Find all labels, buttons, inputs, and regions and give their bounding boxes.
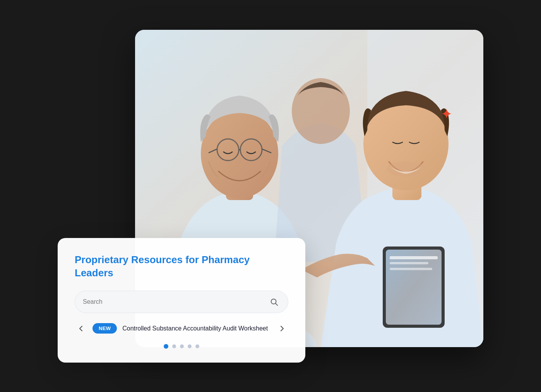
card-title: Proprietary Resources for Pharmacy Leade… [75, 253, 288, 280]
dot-3[interactable] [180, 344, 184, 348]
next-arrow-icon [280, 325, 284, 332]
scene: ✦ Proprietary Resources for Pharmacy Lea… [58, 22, 483, 370]
prev-arrow-button[interactable] [75, 322, 87, 335]
new-badge: NEW [92, 323, 117, 334]
dot-2[interactable] [172, 344, 176, 348]
svg-rect-18 [390, 256, 438, 259]
prev-arrow-icon [79, 325, 83, 332]
dot-4[interactable] [188, 344, 192, 348]
svg-point-5 [201, 109, 278, 198]
svg-rect-20 [390, 268, 432, 270]
svg-rect-17 [386, 250, 442, 325]
dots-indicator [75, 344, 288, 349]
resource-title: Controlled Substance Accountability Audi… [122, 325, 270, 332]
search-icon [270, 298, 278, 306]
svg-point-14 [387, 161, 425, 177]
svg-point-11 [292, 78, 350, 144]
search-bar[interactable] [75, 291, 288, 313]
info-card: Proprietary Resources for Pharmacy Leade… [58, 238, 305, 363]
red-plus-decoration: ✦ [441, 107, 452, 121]
svg-rect-19 [390, 262, 428, 264]
nav-row: NEW Controlled Substance Accountability … [75, 322, 288, 335]
search-input[interactable] [83, 298, 268, 305]
next-arrow-button[interactable] [276, 322, 288, 335]
dot-1[interactable] [164, 344, 168, 349]
search-button[interactable] [268, 296, 280, 308]
dot-5[interactable] [195, 344, 199, 348]
svg-line-22 [276, 303, 277, 305]
